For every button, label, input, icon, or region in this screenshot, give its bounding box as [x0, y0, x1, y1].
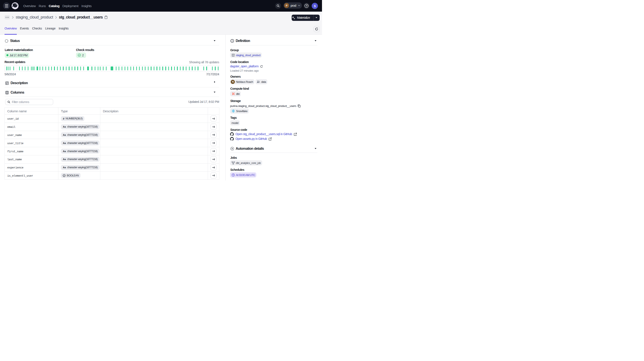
svg-text:?: ?: [306, 4, 307, 7]
